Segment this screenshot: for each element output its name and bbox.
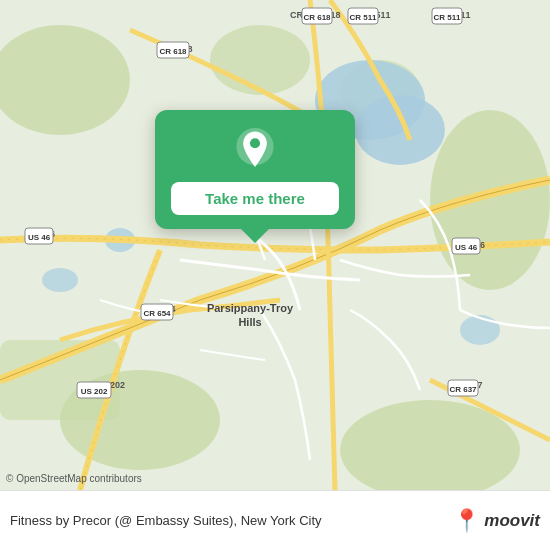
- location-label: Fitness by Precor (@ Embassy Suites), Ne…: [10, 513, 453, 528]
- svg-text:CR 654: CR 654: [143, 309, 171, 318]
- svg-text:US 46: US 46: [28, 233, 51, 242]
- map-container: US 46 US 202 US 46 CR 654 CR 618 CR 511 …: [0, 0, 550, 490]
- popup-card: Take me there: [155, 110, 355, 229]
- location-pin-icon: [233, 128, 277, 172]
- svg-point-45: [250, 138, 260, 148]
- bottom-bar: Fitness by Precor (@ Embassy Suites), Ne…: [0, 490, 550, 550]
- svg-text:CR 618: CR 618: [159, 47, 187, 56]
- svg-text:CR 637: CR 637: [449, 385, 477, 394]
- take-me-there-button[interactable]: Take me there: [171, 182, 339, 215]
- svg-point-12: [460, 315, 500, 345]
- svg-point-11: [42, 268, 78, 292]
- svg-text:CR 511: CR 511: [349, 13, 377, 22]
- svg-point-3: [430, 110, 550, 290]
- svg-text:Parsippany-Troy: Parsippany-Troy: [207, 302, 294, 314]
- svg-point-6: [210, 25, 310, 95]
- moovit-brand-name: moovit: [484, 511, 540, 531]
- svg-text:US 202: US 202: [81, 387, 108, 396]
- moovit-pin-icon: 📍: [453, 508, 480, 534]
- svg-text:US 46: US 46: [455, 243, 478, 252]
- moovit-logo: 📍 moovit: [453, 508, 540, 534]
- svg-text:© OpenStreetMap contributors: © OpenStreetMap contributors: [6, 473, 142, 484]
- svg-text:CR 618: CR 618: [303, 13, 331, 22]
- map-background: US 46 US 202 US 46 CR 654 CR 618 CR 511 …: [0, 0, 550, 490]
- svg-point-9: [355, 95, 445, 165]
- svg-text:Hills: Hills: [238, 316, 261, 328]
- svg-text:CR 511: CR 511: [433, 13, 461, 22]
